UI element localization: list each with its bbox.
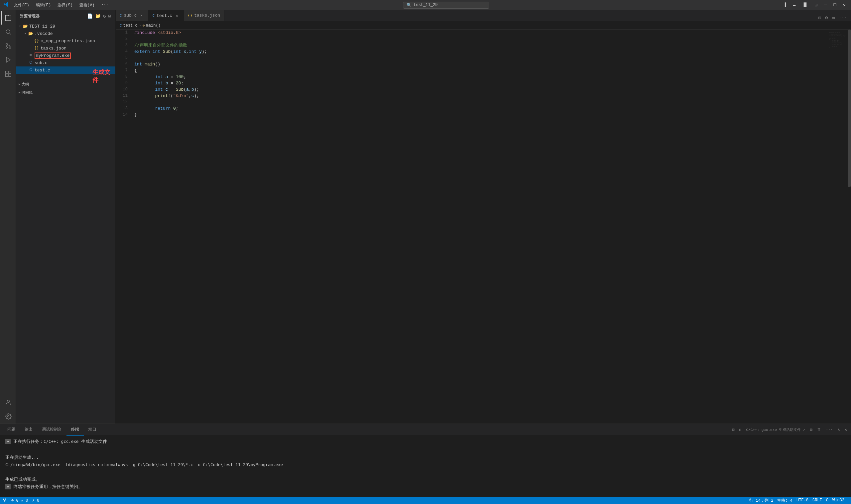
sidebar: 资源管理器 📄 📁 ↻ ⊡ ▾ 📂 TEST_11_29 (16, 10, 116, 424)
file-tree: ▾ 📂 TEST_11_29 ▾ 📂 .vscode {} c_cpp (16, 22, 116, 74)
editor-area: C sub.c ✕ C test.c ✕ {} tasks.json ⊡ ⚙ (116, 10, 851, 424)
panel-close-icon[interactable]: ✕ (843, 427, 848, 433)
tab-tasks-json[interactable]: {} tasks.json (184, 10, 224, 21)
tree-root-folder[interactable]: ▾ 📂 TEST_11_29 (16, 23, 116, 30)
bc-file[interactable]: test.c (123, 23, 138, 28)
new-file-icon[interactable]: 📄 (87, 13, 93, 19)
activity-extensions-icon[interactable] (1, 67, 15, 80)
panel-trash-icon[interactable]: 🗑 (816, 427, 822, 433)
menu-select[interactable]: 选择(S) (55, 2, 75, 8)
titlebar-left: 文件(F) 编辑(E) 选择(S) 查看(V) ··· (3, 2, 111, 8)
statusbar-errors[interactable]: ⊘ 0 △ 0 (11, 498, 28, 503)
sidebar-section-timeline[interactable]: ▶ 时间线 (16, 88, 116, 96)
layout-panel-icon[interactable]: ▬ (791, 2, 797, 8)
menu-more[interactable]: ··· (99, 2, 111, 8)
token: 20 (176, 81, 181, 86)
terminal-line: 生成已成功完成。 (5, 476, 846, 483)
statusbar-warnings[interactable]: ⚡ 0 (32, 498, 39, 503)
activity-account-icon[interactable] (1, 396, 15, 409)
vertical-scrollbar[interactable] (848, 30, 851, 424)
minimize-button[interactable]: ─ (822, 2, 829, 8)
refresh-icon[interactable]: ↻ (103, 13, 106, 19)
token: ; (181, 81, 183, 86)
search-icon: 🔍 (407, 3, 411, 7)
tab-layout-icon[interactable]: ▭ (830, 14, 836, 21)
tab-settings-icon[interactable]: ⚙ (824, 14, 829, 21)
layout-sidebar-icon[interactable]: ▐ (781, 2, 788, 8)
menu-file[interactable]: 文件(F) (11, 2, 32, 8)
sidebar-content: ▾ 📂 TEST_11_29 ▾ 📂 .vscode {} c_cpp (16, 22, 116, 424)
activity-settings-icon[interactable] (1, 410, 15, 423)
collapse-all-icon[interactable]: ⊡ (108, 13, 111, 19)
testc-tab-close[interactable]: ✕ (174, 13, 179, 18)
sidebar-item-subc[interactable]: C sub.c (16, 59, 116, 67)
maximize-button[interactable]: □ (831, 2, 838, 8)
statusbar-encoding[interactable]: UTF-8 (797, 498, 809, 503)
svg-rect-9 (8, 74, 11, 77)
new-folder-icon[interactable]: 📁 (95, 13, 101, 19)
minimap-content: #include <stdio.h> //声明来自外部文件的函数 extern … (828, 30, 848, 424)
sidebar-item-vscode[interactable]: ▾ 📂 .vscode (16, 30, 116, 37)
terminal-line (5, 447, 846, 453)
panel-split-icon[interactable]: ⊟ (731, 427, 736, 433)
statusbar-spaces[interactable]: 空格: 4 (777, 498, 793, 503)
sidebar-item-cpp-props[interactable]: {} c_cpp_properties.json (16, 37, 116, 44)
debug-console-label: 调试控制台 (42, 427, 62, 432)
task-icon: ✱ (5, 484, 11, 489)
statusbar-platform[interactable]: Win32 (832, 498, 844, 503)
panel-tabs: 问题 输出 调试控制台 终端 端口 ⊟ ⊟ C/C++: gcc.exe 生成活… (0, 424, 851, 435)
search-bar[interactable]: 🔍 test_11_29 (403, 2, 489, 8)
statusbar-line-ending[interactable]: CRLF (812, 498, 822, 503)
tab-testc[interactable]: C test.c ✕ (148, 10, 184, 21)
panel-tab-problems[interactable]: 问题 (3, 424, 20, 435)
activity-explorer-icon[interactable] (1, 11, 15, 24)
layout-customize-icon[interactable]: ⊞ (812, 2, 819, 8)
menu-view[interactable]: 查看(V) (77, 2, 97, 8)
outline-arrow-icon: ▶ (19, 83, 20, 86)
panel-split2-icon[interactable]: ⊞ (809, 427, 814, 433)
token: 100 (176, 74, 183, 79)
tab-subc[interactable]: C sub.c ✕ (116, 10, 148, 21)
panel-terminal-icon[interactable]: ⊟ (738, 427, 743, 433)
statusbar-line-col[interactable]: 行 14，列 2 (749, 498, 773, 503)
subc-tab-close[interactable]: ✕ (139, 13, 144, 18)
activity-search-icon[interactable] (1, 25, 15, 38)
sidebar-item-testc[interactable]: C test.c (16, 67, 116, 74)
token: Sub (163, 49, 171, 54)
token (171, 106, 173, 111)
activity-scm-icon[interactable] (1, 39, 15, 53)
token: { (134, 68, 137, 73)
panel-up-icon[interactable]: ∧ (836, 427, 841, 433)
code-line-12 (134, 99, 828, 105)
tab-split-icon[interactable]: ⊡ (817, 14, 822, 21)
code-line-2 (134, 36, 828, 42)
tab-more-icon[interactable]: ··· (837, 15, 848, 21)
panel-tab-terminal[interactable]: 终端 (67, 424, 84, 435)
sidebar-title: 资源管理器 (20, 14, 40, 19)
statusbar-language[interactable]: C (826, 498, 828, 503)
token: } (134, 112, 137, 117)
panel-tab-ports[interactable]: 端口 (84, 424, 101, 435)
bc-sep: › (139, 23, 141, 28)
statusbar-branch-icon[interactable] (3, 498, 7, 503)
bc-symbol[interactable]: main() (146, 23, 161, 28)
scrollbar-thumb[interactable] (848, 30, 851, 187)
sidebar-item-myprogram[interactable]: ≡ myProgram.exe (16, 52, 116, 59)
code-editor[interactable]: 1234567891011121314 #include <stdio.h> /… (116, 30, 828, 424)
sidebar-item-tasks[interactable]: {} tasks.json (16, 44, 116, 52)
activity-debug-icon[interactable] (1, 53, 15, 67)
layout-split-icon[interactable]: ▐▌ (800, 2, 810, 8)
myprogram-label: myProgram.exe (35, 53, 71, 59)
menu-edit[interactable]: 编辑(E) (33, 2, 54, 8)
close-button[interactable]: ✕ (841, 2, 848, 8)
token: printf (155, 93, 171, 98)
panel-tab-debug-console[interactable]: 调试控制台 (37, 424, 67, 435)
code-line-9: int b = 20; (134, 80, 828, 86)
terminal-label: 终端 (71, 427, 79, 432)
subc-label: sub.c (35, 60, 48, 66)
sidebar-section-outline[interactable]: ▶ 大纲 (16, 80, 116, 88)
token: 0 (173, 106, 176, 111)
panel-tab-output[interactable]: 输出 (20, 424, 37, 435)
panel-more-icon[interactable]: ··· (825, 427, 834, 433)
token: ( (171, 49, 173, 54)
